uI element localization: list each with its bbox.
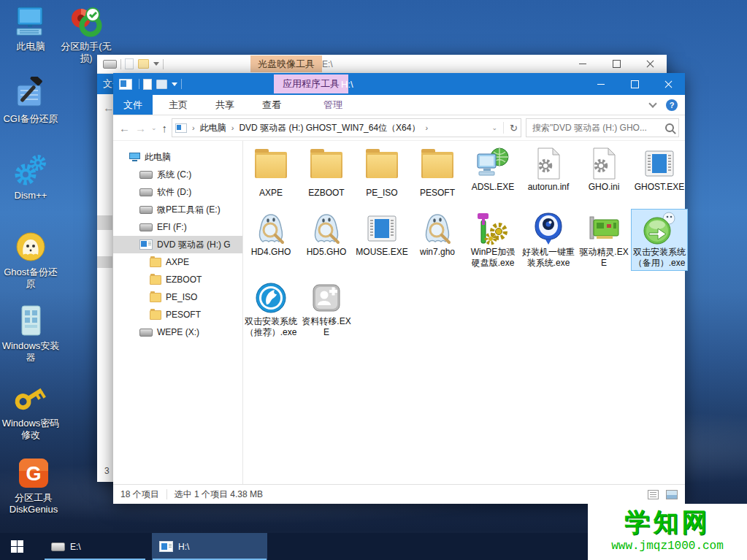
ribbon-collapse-icon[interactable] bbox=[648, 99, 656, 107]
new-item-icon[interactable] bbox=[143, 79, 152, 90]
tree-item-ezboot[interactable]: EZBOOT bbox=[113, 271, 242, 288]
key-icon bbox=[13, 381, 48, 416]
back-window-title: E:\ bbox=[322, 55, 333, 73]
application-tools-tab[interactable]: 应用程序工具 bbox=[274, 74, 348, 93]
desktop-icon-windows-installer[interactable]: Windows安装器 bbox=[0, 304, 61, 364]
tree-item-dvd-drive-h[interactable]: DVD 驱动器 (H:) G bbox=[113, 236, 242, 253]
desktop-icon-dism[interactable]: Dism++ bbox=[0, 153, 61, 202]
back-arrow-icon[interactable]: ← bbox=[119, 122, 130, 134]
maximize-button[interactable] bbox=[599, 55, 633, 73]
file-item-selected[interactable]: 双击安装系统（备用）.exe bbox=[632, 210, 687, 270]
tab-view[interactable]: 查看 bbox=[252, 95, 291, 115]
thumbnail-view-icon[interactable] bbox=[666, 490, 678, 499]
desktop-icon-this-pc[interactable]: 此电脑 bbox=[0, 4, 61, 53]
minimize-button[interactable] bbox=[584, 73, 618, 95]
address-bar[interactable]: › 此电脑 › DVD 驱动器 (H:) GHOST_WIN7_64位（X64）… bbox=[172, 118, 521, 137]
file-list[interactable]: AXPE EZBOOT PE_ISO PESOFT ADSL.EXE autor… bbox=[243, 141, 685, 484]
tree-item-pesoft[interactable]: PESOFT bbox=[113, 306, 242, 323]
file-item[interactable]: MOUSE.EXE bbox=[354, 210, 410, 270]
desktop-icon-windows-password[interactable]: Windows密码修改 bbox=[0, 381, 61, 441]
tree-item-this-pc[interactable]: 此电脑 bbox=[113, 148, 242, 166]
back-window-status-count: 3 bbox=[104, 466, 110, 476]
file-item[interactable]: 好装机一键重装系统.exe bbox=[521, 210, 576, 270]
folder-icon bbox=[150, 258, 161, 267]
ghost-file-icon bbox=[309, 211, 344, 246]
disc-image-tools-tab[interactable]: 光盘映像工具 bbox=[250, 55, 322, 72]
navigation-pane[interactable]: 此电脑 系统 (C:) 软件 (D:) 微PE工具箱 (E:) EFI (F:)… bbox=[113, 141, 243, 484]
close-button[interactable] bbox=[633, 55, 667, 73]
desktop-icon-label: 此电脑 bbox=[0, 41, 61, 53]
file-item[interactable]: GHO.ini bbox=[576, 145, 632, 200]
file-item[interactable]: PESOFT bbox=[410, 145, 465, 200]
tree-item-axpe[interactable]: AXPE bbox=[113, 253, 242, 271]
taskbar-item-e-drive[interactable]: E:\ bbox=[44, 533, 146, 560]
tab-file[interactable]: 文件 bbox=[113, 95, 153, 115]
file-item[interactable]: WinPE加强硬盘版.exe bbox=[465, 210, 521, 270]
search-icon[interactable] bbox=[665, 123, 674, 132]
close-button[interactable] bbox=[651, 73, 685, 95]
file-item[interactable]: 资料转移.EXE bbox=[299, 279, 354, 340]
file-item[interactable]: GHOST.EXE bbox=[632, 145, 687, 200]
tree-item-pe-iso[interactable]: PE_ISO bbox=[113, 288, 242, 306]
desktop-icon-cgi-backup[interactable]: CGI备份还原 bbox=[0, 77, 61, 125]
file-item[interactable]: autorun.inf bbox=[521, 145, 576, 200]
file-item[interactable]: 驱动精灵.EXE bbox=[576, 210, 632, 270]
folder-icon[interactable] bbox=[156, 80, 167, 89]
diskgenius-icon: G bbox=[16, 456, 51, 491]
qat-dropdown-icon[interactable] bbox=[172, 83, 177, 86]
desktop-icon-label: Windows安装器 bbox=[0, 340, 61, 364]
explorer-window-h[interactable]: 应用程序工具 H:\ 文件 主页 共享 查看 管理 ? ← → ⌄ bbox=[113, 73, 685, 504]
taskbar-item-h-drive[interactable]: H:\ bbox=[152, 533, 267, 560]
breadcrumb-dvd-drive[interactable]: DVD 驱动器 (H:) GHOST_WIN7_64位（X64） bbox=[239, 122, 420, 134]
file-name: win7.gho bbox=[410, 246, 465, 259]
breadcrumb-this-pc[interactable]: 此电脑 bbox=[200, 122, 226, 134]
file-item[interactable]: PE_ISO bbox=[354, 145, 410, 200]
file-item[interactable]: EZBOOT bbox=[299, 145, 354, 200]
search-box[interactable] bbox=[526, 118, 679, 137]
drive-icon bbox=[139, 171, 153, 179]
forward-arrow-icon[interactable]: → bbox=[135, 122, 146, 134]
file-item[interactable]: HD4.GHO bbox=[243, 210, 299, 270]
status-bar: 18 个项目 选中 1 个项目 4.38 MB bbox=[113, 484, 685, 504]
desktop-icon-ghost-backup[interactable]: Ghost备份还原 bbox=[0, 230, 61, 290]
tree-item-drive-d[interactable]: 软件 (D:) bbox=[113, 183, 242, 201]
watermark-title: 学知网 bbox=[588, 505, 747, 539]
windows-installer-icon bbox=[13, 304, 48, 339]
refresh-icon[interactable]: ↻ bbox=[510, 123, 518, 134]
details-view-icon[interactable] bbox=[648, 490, 659, 499]
tree-item-drive-c[interactable]: 系统 (C:) bbox=[113, 166, 242, 183]
tree-highlight-fragment bbox=[97, 215, 112, 230]
drive-icon bbox=[51, 542, 65, 551]
eye-mascot-icon bbox=[531, 211, 566, 246]
recent-locations-icon[interactable]: ⌄ bbox=[151, 124, 157, 131]
folder-icon bbox=[150, 275, 161, 285]
desktop-icon-diskgenius[interactable]: G 分区工具DiskGenius bbox=[0, 456, 67, 515]
tab-share[interactable]: 共享 bbox=[205, 95, 245, 115]
tab-home[interactable]: 主页 bbox=[158, 95, 198, 115]
start-button[interactable] bbox=[0, 533, 34, 560]
dvd-drive-icon bbox=[175, 123, 187, 133]
tree-item-drive-e[interactable]: 微PE工具箱 (E:) bbox=[113, 201, 242, 218]
file-item[interactable]: HD5.GHO bbox=[299, 210, 354, 270]
address-dropdown-icon[interactable]: ⌄ bbox=[492, 124, 498, 131]
tree-item-drive-f[interactable]: EFI (F:) bbox=[113, 218, 242, 236]
tree-item-wepe-x[interactable]: WEPE (X:) bbox=[113, 323, 242, 341]
front-window-titlebar[interactable]: 应用程序工具 H:\ bbox=[113, 73, 685, 95]
tree-highlight-fragment bbox=[97, 256, 112, 268]
file-item[interactable]: 双击安装系统（推荐）.exe bbox=[243, 279, 299, 340]
file-item[interactable]: win7.gho bbox=[410, 210, 465, 270]
minimize-button[interactable] bbox=[566, 55, 599, 73]
file-name: 双击安装系统（推荐）.exe bbox=[243, 315, 299, 340]
qat-dropdown-icon[interactable] bbox=[153, 62, 159, 66]
tab-manage[interactable]: 管理 bbox=[313, 95, 353, 115]
new-item-icon[interactable] bbox=[125, 58, 134, 69]
help-icon[interactable]: ? bbox=[666, 99, 678, 111]
maximize-button[interactable] bbox=[618, 73, 651, 95]
folder-icon[interactable] bbox=[138, 59, 149, 69]
search-input[interactable] bbox=[531, 122, 662, 134]
back-window-titlebar[interactable]: 光盘映像工具 E:\ bbox=[97, 55, 667, 74]
file-item[interactable]: ADSL.EXE bbox=[465, 145, 521, 200]
file-item[interactable]: AXPE bbox=[243, 145, 299, 200]
up-arrow-icon[interactable]: ↑ bbox=[162, 122, 168, 134]
folder-icon bbox=[421, 152, 453, 178]
